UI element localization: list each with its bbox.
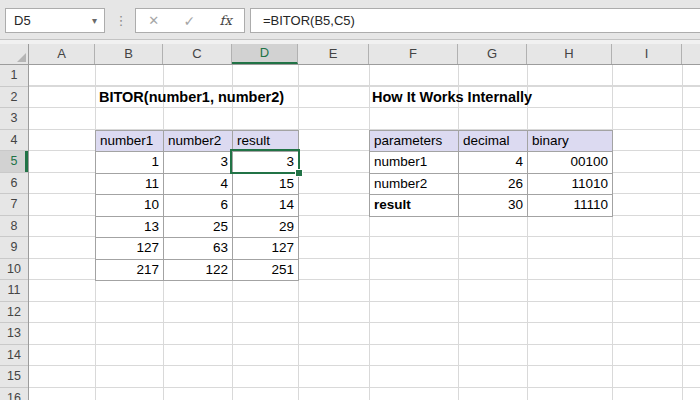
column-header-b[interactable]: B [95,44,163,64]
cell-h7[interactable]: 11110 [528,195,613,217]
column-header-a[interactable]: A [29,44,95,64]
cell-f6[interactable]: number2 [370,174,459,196]
right-section-title[interactable]: How It Works Internally [372,86,532,108]
cell-h6[interactable]: 11010 [528,174,613,196]
header-cell-number2[interactable]: number2 [164,131,233,153]
row-header-5-selected[interactable]: 5 [0,151,28,173]
cell-d7[interactable]: 14 [233,195,299,217]
cell-d10[interactable]: 251 [233,260,299,282]
select-all-icon [17,53,26,62]
cell-f7[interactable]: result [370,195,459,217]
cell-b9[interactable]: 127 [96,238,164,260]
column-header-row: A B C D E F G H I [29,44,700,65]
row-header-11[interactable]: 11 [0,280,28,302]
cell-c9[interactable]: 63 [164,238,233,260]
cell-c8[interactable]: 25 [164,217,233,239]
row-header-13[interactable]: 13 [0,323,28,345]
formula-text: =BITOR(B5,C5) [263,13,355,28]
cell-c10[interactable]: 122 [164,260,233,282]
row-header-3[interactable]: 3 [0,108,28,130]
row-header-4[interactable]: 4 [0,130,28,152]
select-all-button[interactable] [0,44,29,65]
column-header-c[interactable]: C [163,44,232,64]
formula-bar-more-icon[interactable]: ⋮ [114,8,128,33]
cell-g6[interactable]: 26 [459,174,528,196]
row-header-16[interactable]: 16 [0,388,28,400]
active-cell-selection[interactable] [230,149,300,174]
cell-d9[interactable]: 127 [233,238,299,260]
column-header-g[interactable]: G [458,44,527,64]
column-header-f[interactable]: F [369,44,458,64]
excel-window: D5 ▾ ⋮ ✕ ✓ fx =BITOR(B5,C5) A B C D E F … [0,0,700,400]
name-box[interactable]: D5 ▾ [5,8,105,33]
enter-icon[interactable]: ✓ [183,13,195,29]
cancel-icon[interactable]: ✕ [148,13,159,28]
fill-handle[interactable] [296,170,302,176]
formula-bar-buttons: ✕ ✓ fx [135,8,245,33]
row-header-2[interactable]: 2 [0,87,28,109]
cell-g5[interactable]: 4 [459,152,528,174]
column-header-h[interactable]: H [527,44,612,64]
insert-function-icon[interactable]: fx [220,13,232,28]
row-header-6[interactable]: 6 [0,173,28,195]
cell-b10[interactable]: 217 [96,260,164,282]
column-header-d-selected[interactable]: D [232,44,298,64]
cell-d8[interactable]: 29 [233,217,299,239]
row-header-12[interactable]: 12 [0,302,28,324]
cell-h5[interactable]: 00100 [528,152,613,174]
header-cell-parameters[interactable]: parameters [370,131,459,153]
row-header-column: 1 2 3 4 5 6 7 8 9 10 11 12 13 14 15 16 [0,65,29,400]
column-header-i[interactable]: I [612,44,682,64]
row-header-9[interactable]: 9 [0,237,28,259]
cell-f5[interactable]: number1 [370,152,459,174]
left-section-title[interactable]: BITOR(number1, number2) [99,86,284,108]
cell-c6[interactable]: 4 [164,174,233,196]
cell-c7[interactable]: 6 [164,195,233,217]
row-header-8[interactable]: 8 [0,216,28,238]
formula-input[interactable]: =BITOR(B5,C5) [250,8,700,33]
row-header-7[interactable]: 7 [0,194,28,216]
header-cell-binary[interactable]: binary [528,131,613,153]
cell-b6[interactable]: 11 [96,174,164,196]
name-box-value: D5 [14,13,31,28]
row-header-14[interactable]: 14 [0,345,28,367]
header-cell-number1[interactable]: number1 [96,131,164,153]
row-header-15[interactable]: 15 [0,366,28,388]
cell-b5[interactable]: 1 [96,152,164,174]
header-cell-decimal[interactable]: decimal [459,131,528,153]
cell-c5[interactable]: 3 [164,152,233,174]
cell-b7[interactable]: 10 [96,195,164,217]
column-header-e[interactable]: E [298,44,369,64]
how-it-works-table: parameters decimal binary number1 4 0010… [369,130,613,217]
row-header-10[interactable]: 10 [0,259,28,281]
row-header-1[interactable]: 1 [0,65,28,87]
name-box-dropdown-icon[interactable]: ▾ [92,15,97,26]
formula-bar: D5 ▾ ⋮ ✕ ✓ fx =BITOR(B5,C5) [0,0,700,40]
cell-g7[interactable]: 30 [459,195,528,217]
cell-d6[interactable]: 15 [233,174,299,196]
cell-b8[interactable]: 13 [96,217,164,239]
